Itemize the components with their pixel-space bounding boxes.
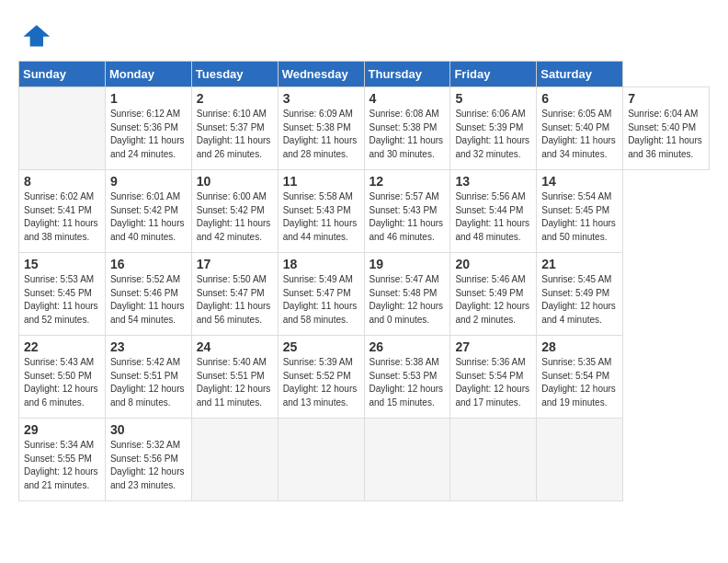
calendar-day: 16 Sunrise: 5:52 AM Sunset: 5:46 PM Dayl… xyxy=(105,253,191,336)
day-number: 5 xyxy=(455,91,531,106)
calendar-day xyxy=(278,419,364,501)
day-number: 18 xyxy=(283,257,359,271)
day-info: Sunrise: 5:45 AM Sunset: 5:49 PM Dayligh… xyxy=(541,273,618,327)
calendar-day: 8 Sunrise: 6:02 AM Sunset: 5:41 PM Dayli… xyxy=(19,170,106,253)
calendar-week: 15 Sunrise: 5:53 AM Sunset: 5:45 PM Dayl… xyxy=(19,253,710,336)
header-day: Friday xyxy=(450,62,537,87)
calendar-day: 14 Sunrise: 5:54 AM Sunset: 5:45 PM Dayl… xyxy=(537,170,623,253)
day-info: Sunrise: 5:40 AM Sunset: 5:51 PM Dayligh… xyxy=(197,356,273,409)
day-info: Sunrise: 5:47 AM Sunset: 5:48 PM Dayligh… xyxy=(370,273,446,327)
header-day: Sunday xyxy=(19,62,106,87)
calendar-week: 1 Sunrise: 6:12 AM Sunset: 5:36 PM Dayli… xyxy=(19,87,710,170)
day-info: Sunrise: 5:43 AM Sunset: 5:50 PM Dayligh… xyxy=(24,356,100,409)
day-info: Sunrise: 5:38 AM Sunset: 5:53 PM Dayligh… xyxy=(370,356,446,409)
calendar-day: 30 Sunrise: 5:32 AM Sunset: 5:56 PM Dayl… xyxy=(105,419,191,501)
day-info: Sunrise: 5:39 AM Sunset: 5:52 PM Dayligh… xyxy=(283,356,359,409)
day-number: 2 xyxy=(197,91,273,106)
header-row: SundayMondayTuesdayWednesdayThursdayFrid… xyxy=(19,62,710,87)
day-info: Sunrise: 5:58 AM Sunset: 5:43 PM Dayligh… xyxy=(283,190,359,244)
day-number: 12 xyxy=(370,174,446,189)
day-number: 17 xyxy=(197,257,273,271)
day-number: 13 xyxy=(455,174,531,189)
day-number: 10 xyxy=(197,174,273,189)
day-number: 21 xyxy=(541,257,618,271)
calendar-week: 29 Sunrise: 5:34 AM Sunset: 5:55 PM Dayl… xyxy=(19,419,710,501)
calendar-week: 8 Sunrise: 6:02 AM Sunset: 5:41 PM Dayli… xyxy=(19,170,710,253)
logo xyxy=(18,18,55,52)
day-info: Sunrise: 5:32 AM Sunset: 5:56 PM Dayligh… xyxy=(110,439,187,492)
day-number: 20 xyxy=(455,257,531,271)
day-number: 24 xyxy=(197,339,273,354)
header-day: Thursday xyxy=(364,62,450,87)
day-info: Sunrise: 6:12 AM Sunset: 5:36 PM Dayligh… xyxy=(110,108,187,161)
day-number: 30 xyxy=(110,422,187,437)
calendar-day: 7 Sunrise: 6:04 AM Sunset: 5:40 PM Dayli… xyxy=(623,87,710,170)
calendar-day: 15 Sunrise: 5:53 AM Sunset: 5:45 PM Dayl… xyxy=(19,253,106,336)
day-info: Sunrise: 6:09 AM Sunset: 5:38 PM Dayligh… xyxy=(283,108,359,161)
day-info: Sunrise: 6:02 AM Sunset: 5:41 PM Dayligh… xyxy=(24,190,100,244)
calendar-day: 5 Sunrise: 6:06 AM Sunset: 5:39 PM Dayli… xyxy=(450,87,537,170)
day-number: 26 xyxy=(370,339,446,354)
calendar-day: 25 Sunrise: 5:39 AM Sunset: 5:52 PM Dayl… xyxy=(278,336,364,419)
day-info: Sunrise: 5:46 AM Sunset: 5:49 PM Dayligh… xyxy=(455,273,531,327)
calendar-day: 6 Sunrise: 6:05 AM Sunset: 5:40 PM Dayli… xyxy=(537,87,623,170)
header xyxy=(18,18,710,52)
day-number: 29 xyxy=(24,422,100,437)
day-info: Sunrise: 5:36 AM Sunset: 5:54 PM Dayligh… xyxy=(455,356,531,409)
calendar-day: 28 Sunrise: 5:35 AM Sunset: 5:54 PM Dayl… xyxy=(537,336,623,419)
day-info: Sunrise: 6:04 AM Sunset: 5:40 PM Dayligh… xyxy=(628,108,704,161)
day-info: Sunrise: 6:05 AM Sunset: 5:40 PM Dayligh… xyxy=(541,108,618,161)
calendar-day: 17 Sunrise: 5:50 AM Sunset: 5:47 PM Dayl… xyxy=(191,253,278,336)
header-day: Tuesday xyxy=(191,62,278,87)
day-number: 6 xyxy=(541,91,618,106)
calendar-day: 23 Sunrise: 5:42 AM Sunset: 5:51 PM Dayl… xyxy=(105,336,191,419)
day-number: 19 xyxy=(370,257,446,271)
day-number: 7 xyxy=(628,91,704,106)
calendar-day: 12 Sunrise: 5:57 AM Sunset: 5:43 PM Dayl… xyxy=(364,170,450,253)
calendar-day: 4 Sunrise: 6:08 AM Sunset: 5:38 PM Dayli… xyxy=(364,87,450,170)
calendar-table: SundayMondayTuesdayWednesdayThursdayFrid… xyxy=(18,61,710,501)
calendar-day: 1 Sunrise: 6:12 AM Sunset: 5:36 PM Dayli… xyxy=(105,87,191,170)
day-info: Sunrise: 6:01 AM Sunset: 5:42 PM Dayligh… xyxy=(110,190,187,244)
calendar-day: 26 Sunrise: 5:38 AM Sunset: 5:53 PM Dayl… xyxy=(364,336,450,419)
day-number: 9 xyxy=(110,174,187,189)
header-day: Monday xyxy=(105,62,191,87)
calendar-day: 29 Sunrise: 5:34 AM Sunset: 5:55 PM Dayl… xyxy=(19,419,106,501)
calendar-day xyxy=(364,419,450,501)
logo-icon xyxy=(18,18,51,52)
day-info: Sunrise: 5:42 AM Sunset: 5:51 PM Dayligh… xyxy=(110,356,187,409)
day-info: Sunrise: 5:35 AM Sunset: 5:54 PM Dayligh… xyxy=(541,356,618,409)
day-info: Sunrise: 5:50 AM Sunset: 5:47 PM Dayligh… xyxy=(197,273,273,327)
header-day: Saturday xyxy=(537,62,623,87)
day-info: Sunrise: 5:54 AM Sunset: 5:45 PM Dayligh… xyxy=(541,190,618,244)
day-number: 11 xyxy=(283,174,359,189)
day-number: 25 xyxy=(283,339,359,354)
day-info: Sunrise: 5:52 AM Sunset: 5:46 PM Dayligh… xyxy=(110,273,187,327)
calendar-day: 18 Sunrise: 5:49 AM Sunset: 5:47 PM Dayl… xyxy=(278,253,364,336)
day-number: 4 xyxy=(370,91,446,106)
day-number: 8 xyxy=(24,174,100,189)
day-number: 27 xyxy=(455,339,531,354)
calendar-day: 19 Sunrise: 5:47 AM Sunset: 5:48 PM Dayl… xyxy=(364,253,450,336)
day-info: Sunrise: 5:57 AM Sunset: 5:43 PM Dayligh… xyxy=(370,190,446,244)
calendar-day xyxy=(191,419,278,501)
day-info: Sunrise: 5:49 AM Sunset: 5:47 PM Dayligh… xyxy=(283,273,359,327)
calendar-day: 11 Sunrise: 5:58 AM Sunset: 5:43 PM Dayl… xyxy=(278,170,364,253)
calendar-day: 2 Sunrise: 6:10 AM Sunset: 5:37 PM Dayli… xyxy=(191,87,278,170)
calendar-day: 3 Sunrise: 6:09 AM Sunset: 5:38 PM Dayli… xyxy=(278,87,364,170)
calendar-day: 27 Sunrise: 5:36 AM Sunset: 5:54 PM Dayl… xyxy=(450,336,537,419)
day-number: 3 xyxy=(283,91,359,106)
day-number: 16 xyxy=(110,257,187,271)
day-number: 28 xyxy=(541,339,618,354)
day-info: Sunrise: 6:10 AM Sunset: 5:37 PM Dayligh… xyxy=(197,108,273,161)
day-info: Sunrise: 6:06 AM Sunset: 5:39 PM Dayligh… xyxy=(455,108,531,161)
calendar-day: 24 Sunrise: 5:40 AM Sunset: 5:51 PM Dayl… xyxy=(191,336,278,419)
calendar-day xyxy=(19,87,106,170)
calendar-day: 21 Sunrise: 5:45 AM Sunset: 5:49 PM Dayl… xyxy=(537,253,623,336)
day-number: 14 xyxy=(541,174,618,189)
day-info: Sunrise: 6:00 AM Sunset: 5:42 PM Dayligh… xyxy=(197,190,273,244)
header-day: Wednesday xyxy=(278,62,364,87)
calendar-day: 20 Sunrise: 5:46 AM Sunset: 5:49 PM Dayl… xyxy=(450,253,537,336)
day-info: Sunrise: 5:53 AM Sunset: 5:45 PM Dayligh… xyxy=(24,273,100,327)
calendar-day: 13 Sunrise: 5:56 AM Sunset: 5:44 PM Dayl… xyxy=(450,170,537,253)
